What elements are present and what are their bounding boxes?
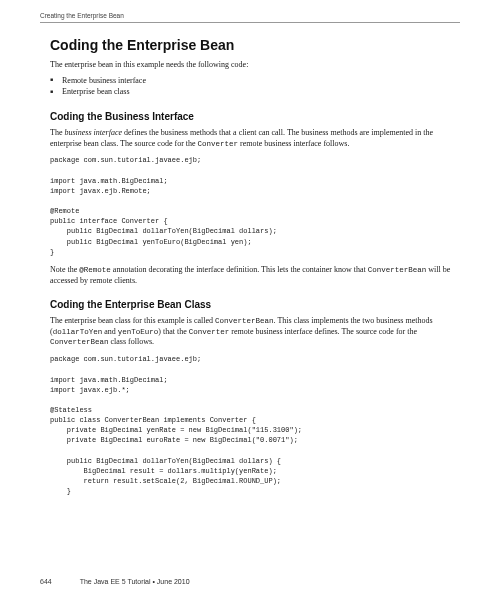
- remote-annotation-paragraph: Note the @Remote annotation decorating t…: [50, 265, 460, 287]
- inline-code: Converter: [198, 140, 239, 148]
- inline-code: dollarToYen: [53, 328, 103, 336]
- term-business-interface: business interface: [64, 128, 122, 137]
- running-header: Creating the Enterprise Bean: [40, 12, 124, 21]
- inline-code: ConverterBean: [368, 266, 427, 274]
- intro-paragraph: The enterprise bean in this example need…: [50, 60, 460, 71]
- book-title-footer: The Java EE 5 Tutorial • June 2010: [80, 577, 190, 586]
- code-block-converter-interface: package com.sun.tutorial.javaee.ejb; imp…: [50, 155, 460, 256]
- business-interface-paragraph: The business interface defines the busin…: [50, 128, 460, 150]
- header-rule: [40, 22, 460, 23]
- page-footer: 644 The Java EE 5 Tutorial • June 2010: [40, 577, 460, 586]
- section-heading-business-interface: Coding the Business Interface: [50, 110, 460, 124]
- page-title: Coding the Enterprise Bean: [50, 36, 460, 55]
- inline-code: @Remote: [79, 266, 111, 274]
- page-number: 644: [40, 577, 52, 586]
- list-item: Enterprise bean class: [50, 87, 460, 98]
- code-needed-list: Remote business interface Enterprise bea…: [50, 76, 460, 99]
- list-item: Remote business interface: [50, 76, 460, 87]
- bean-class-paragraph: The enterprise bean class for this examp…: [50, 316, 460, 348]
- inline-code: Converter: [189, 328, 230, 336]
- inline-code: yenToEuro: [118, 328, 159, 336]
- inline-code: ConverterBean: [215, 317, 274, 325]
- section-heading-bean-class: Coding the Enterprise Bean Class: [50, 298, 460, 312]
- code-block-converter-bean: package com.sun.tutorial.javaee.ejb; imp…: [50, 354, 460, 496]
- inline-code: ConverterBean: [50, 338, 109, 346]
